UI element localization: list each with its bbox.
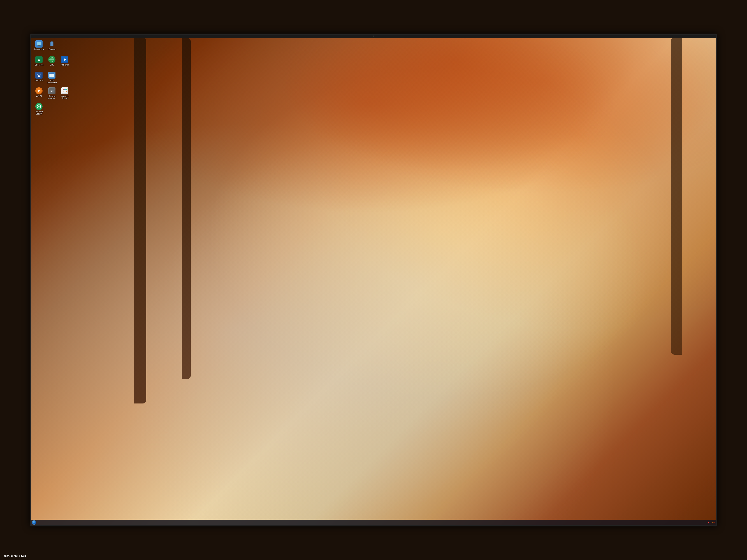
- svg-rect-31: [50, 91, 53, 91]
- screen: Компьютер Корзина: [31, 38, 716, 525]
- kmplayer-label: KMPlayer: [61, 64, 69, 66]
- word-label: Word 2016: [35, 80, 44, 82]
- word-icon: W: [35, 72, 43, 79]
- trash-icon: [48, 41, 55, 48]
- icon-mspaint[interactable]: mspaint - Ярлык: [58, 86, 71, 100]
- svg-rect-6: [51, 42, 53, 42]
- svg-rect-25: [52, 73, 54, 74]
- icon-computer[interactable]: Компьютер: [33, 40, 45, 51]
- laptop-bezel-top: [31, 35, 716, 38]
- totalcmd-label: Total Commander: [46, 80, 57, 84]
- excel-label: Excel 2016: [35, 64, 44, 66]
- tray-icons: ✕ ○ S ■: [708, 522, 715, 524]
- mspaint-label: mspaint - Ярлык: [59, 95, 70, 100]
- svg-text:X: X: [38, 58, 40, 62]
- svg-rect-2: [38, 45, 40, 46]
- network-label: Сеть: [50, 64, 54, 66]
- tray-x: ✕: [708, 522, 709, 524]
- tree-right: [671, 38, 682, 355]
- tray-s: S: [712, 522, 713, 524]
- tree-left2: [182, 38, 191, 379]
- tree-left: [134, 38, 146, 403]
- network-icon: [48, 56, 55, 63]
- excel-icon: X: [35, 56, 43, 63]
- svg-text:W: W: [37, 74, 41, 77]
- svg-rect-24: [49, 73, 52, 74]
- trash-label: Корзина: [49, 48, 55, 50]
- system-tray: ✕ ○ S ■: [708, 522, 715, 524]
- svg-point-34: [63, 89, 64, 90]
- cleanup-icon: ✗: [48, 87, 55, 95]
- totalcmd-icon: [48, 72, 55, 79]
- icon-360security[interactable]: 360 360 Total Security: [33, 102, 45, 116]
- svg-text:360: 360: [37, 105, 41, 108]
- mspaint-icon: [61, 87, 69, 95]
- foliage-overlay: [134, 38, 716, 257]
- aimp-label: AIMP3: [36, 95, 42, 97]
- icon-kmplayer[interactable]: KMPlayer: [58, 55, 71, 67]
- svg-rect-32: [50, 91, 53, 92]
- svg-rect-30: [50, 90, 54, 90]
- svg-rect-3: [37, 46, 41, 46]
- photo-timestamp: 2024/01/13 10:31: [4, 555, 26, 557]
- icon-network[interactable]: Сеть: [46, 55, 58, 67]
- svg-point-35: [64, 89, 66, 90]
- computer-icon: [35, 41, 43, 48]
- icon-excel[interactable]: X Excel 2016: [33, 55, 45, 67]
- start-orb: [32, 520, 36, 525]
- icon-totalcmd[interactable]: Total Commander: [46, 71, 58, 84]
- icon-aimp[interactable]: AIMP3: [33, 86, 45, 98]
- kmplayer-icon: [61, 56, 69, 63]
- icon-word[interactable]: W Word 2016: [33, 71, 45, 82]
- laptop-screen: Компьютер Корзина: [30, 33, 717, 527]
- aimp-icon: [35, 87, 43, 95]
- cleanup-label: Очистка временн…: [46, 95, 57, 100]
- 360sec-label: 360 Total Security: [33, 111, 45, 115]
- webcam: [373, 35, 374, 37]
- tray-r: ■: [714, 522, 715, 524]
- start-button[interactable]: [32, 520, 36, 525]
- icon-trash[interactable]: Корзина: [46, 40, 58, 51]
- tray-o: ○: [710, 522, 711, 524]
- icon-cleanup[interactable]: ✗ Очистка временн…: [46, 86, 58, 100]
- svg-rect-1: [37, 42, 41, 45]
- desktop-icons: Компьютер Корзина: [33, 40, 71, 117]
- taskbar: ✕ ○ S ■: [31, 519, 716, 525]
- svg-point-36: [66, 89, 67, 90]
- computer-label: Компьютер: [34, 48, 44, 50]
- 360sec-icon: 360: [35, 103, 43, 110]
